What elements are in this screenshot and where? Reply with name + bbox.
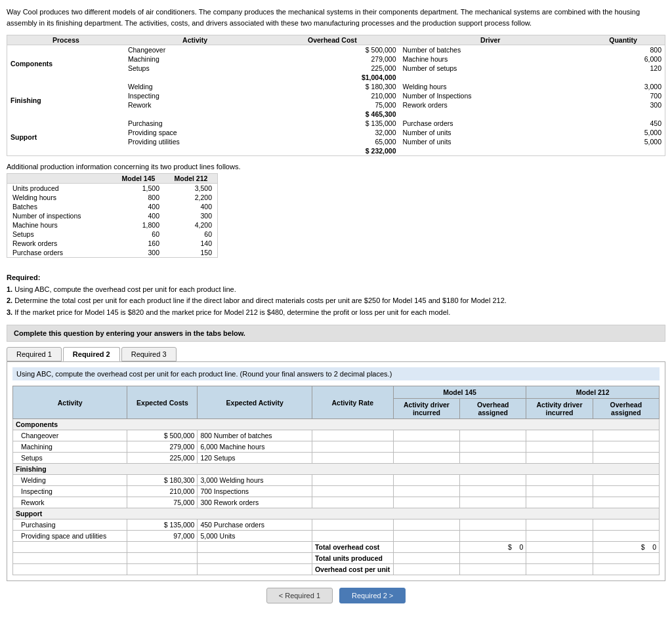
m145-overhead-input[interactable]	[463, 443, 523, 451]
m145-overhead-input[interactable]	[463, 532, 523, 540]
row-m145-driver-cell[interactable]	[393, 519, 459, 531]
m145-overhead-input[interactable]	[463, 454, 523, 462]
prod-row-label: Welding hours	[7, 193, 112, 202]
rate-input[interactable]	[315, 521, 390, 529]
row-m212-overhead-cell[interactable]	[593, 531, 659, 542]
row-activity-rate-cell[interactable]	[312, 531, 393, 542]
row-m145-overhead-cell[interactable]	[460, 497, 526, 508]
prod-row-label: Units produced	[7, 184, 112, 193]
row-m212-driver-cell[interactable]	[526, 519, 593, 531]
summary-m212-val[interactable]	[593, 564, 659, 575]
m145-driver-input[interactable]	[396, 476, 457, 484]
m145-driver-input[interactable]	[396, 454, 457, 462]
row-m212-overhead-cell[interactable]	[593, 475, 659, 486]
m145-driver-input[interactable]	[396, 432, 457, 439]
m145-driver-input[interactable]	[396, 521, 457, 529]
summary-m212-input[interactable]	[596, 554, 656, 562]
row-m145-driver-cell[interactable]	[393, 475, 459, 486]
m212-driver-input[interactable]	[529, 532, 589, 540]
row-m145-overhead-cell[interactable]	[460, 519, 526, 531]
row-m212-overhead-cell[interactable]	[593, 453, 659, 464]
row-m212-driver-cell[interactable]	[526, 453, 593, 464]
m212-overhead-input[interactable]	[596, 432, 656, 439]
m212-overhead-input[interactable]	[596, 476, 656, 484]
m212-driver-input[interactable]	[529, 454, 589, 462]
m212-overhead-input[interactable]	[596, 487, 656, 495]
m212-overhead-input[interactable]	[596, 532, 656, 540]
row-m212-overhead-cell[interactable]	[593, 430, 659, 441]
row-activity-rate-cell[interactable]	[312, 453, 393, 464]
summary-m145-input[interactable]	[463, 554, 523, 562]
row-m212-driver-cell[interactable]	[526, 441, 593, 453]
m145-overhead-input[interactable]	[463, 499, 523, 506]
row-m212-driver-cell[interactable]	[526, 475, 593, 486]
rate-input[interactable]	[315, 443, 390, 451]
m212-driver-input[interactable]	[529, 476, 589, 484]
m145-driver-input[interactable]	[396, 443, 457, 451]
summary-m212-val[interactable]	[593, 553, 659, 564]
row-activity-rate-cell[interactable]	[312, 497, 393, 508]
req-item-2: 2. Determine the total cost per unit for…	[7, 296, 507, 304]
activity-cost: $ 500,000	[265, 45, 399, 55]
summary-m145-val[interactable]	[460, 553, 526, 564]
row-m212-driver-cell[interactable]	[526, 531, 593, 542]
tab-required2[interactable]: Required 2	[63, 347, 120, 361]
row-m145-overhead-cell[interactable]	[460, 430, 526, 441]
rate-input[interactable]	[315, 499, 390, 506]
m145-overhead-input[interactable]	[463, 487, 523, 495]
row-m145-driver-cell[interactable]	[393, 441, 459, 453]
summary-m145-val[interactable]	[460, 564, 526, 575]
next-btn[interactable]: Required 2 >	[339, 588, 406, 603]
rate-input[interactable]	[315, 487, 390, 495]
m145-driver-input[interactable]	[396, 532, 457, 540]
row-activity-rate-cell[interactable]	[312, 441, 393, 453]
summary-m212-input[interactable]	[596, 565, 656, 573]
m145-driver-input[interactable]	[396, 499, 457, 506]
m145-driver-input[interactable]	[396, 487, 457, 495]
m212-driver-input[interactable]	[529, 432, 589, 439]
m212-driver-input[interactable]	[529, 443, 589, 451]
row-m212-driver-cell[interactable]	[526, 486, 593, 497]
row-m145-overhead-cell[interactable]	[460, 453, 526, 464]
m212-overhead-input[interactable]	[596, 454, 656, 462]
rate-input[interactable]	[315, 432, 390, 439]
summary-m145-input[interactable]	[463, 565, 523, 573]
activity-cost: $ 135,000	[265, 119, 399, 128]
activity-cost: 75,000	[265, 100, 399, 110]
row-m212-driver-cell[interactable]	[526, 430, 593, 441]
row-activity-rate-cell[interactable]	[312, 486, 393, 497]
row-m145-driver-cell[interactable]	[393, 453, 459, 464]
row-m145-driver-cell[interactable]	[393, 497, 459, 508]
row-m145-overhead-cell[interactable]	[460, 531, 526, 542]
row-m212-overhead-cell[interactable]	[593, 441, 659, 453]
m212-overhead-input[interactable]	[596, 443, 656, 451]
row-activity-rate-cell[interactable]	[312, 430, 393, 441]
row-activity-rate-cell[interactable]	[312, 475, 393, 486]
row-m145-overhead-cell[interactable]	[460, 441, 526, 453]
m145-overhead-input[interactable]	[463, 432, 523, 439]
m212-driver-input[interactable]	[529, 521, 589, 529]
tab-required1[interactable]: Required 1	[7, 347, 62, 361]
row-m145-driver-cell[interactable]	[393, 430, 459, 441]
row-m212-overhead-cell[interactable]	[593, 519, 659, 531]
m212-driver-input[interactable]	[529, 487, 589, 495]
prev-btn[interactable]: < Required 1	[266, 588, 333, 603]
m212-overhead-input[interactable]	[596, 499, 656, 506]
row-m145-overhead-cell[interactable]	[460, 486, 526, 497]
rate-input[interactable]	[315, 454, 390, 462]
row-m145-driver-cell[interactable]	[393, 531, 459, 542]
row-m145-overhead-cell[interactable]	[460, 475, 526, 486]
row-m212-driver-cell[interactable]	[526, 497, 593, 508]
m212-overhead-input[interactable]	[596, 521, 656, 529]
row-cost: 210,000	[127, 486, 198, 497]
m145-overhead-input[interactable]	[463, 521, 523, 529]
row-m145-driver-cell[interactable]	[393, 486, 459, 497]
rate-input[interactable]	[315, 476, 390, 484]
row-activity-rate-cell[interactable]	[312, 519, 393, 531]
row-m212-overhead-cell[interactable]	[593, 486, 659, 497]
row-m212-overhead-cell[interactable]	[593, 497, 659, 508]
m145-overhead-input[interactable]	[463, 476, 523, 484]
rate-input[interactable]	[315, 532, 390, 540]
m212-driver-input[interactable]	[529, 499, 589, 506]
tab-required3[interactable]: Required 3	[121, 347, 177, 361]
